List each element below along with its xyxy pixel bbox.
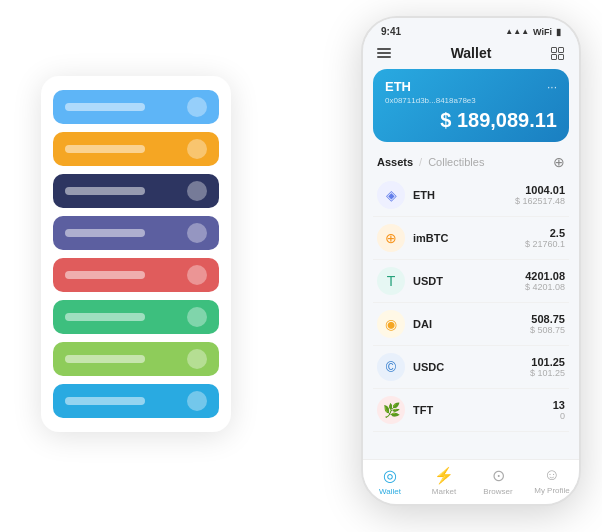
asset-item-usdc[interactable]: © USDC 101.25 $ 101.25	[373, 346, 569, 389]
phone-header: Wallet	[363, 41, 579, 69]
asset-name-dai: DAI	[413, 318, 530, 330]
color-row-text	[65, 271, 145, 279]
asset-primary-amount: 101.25	[530, 356, 565, 368]
nav-item-browser[interactable]: ⊙ Browser	[471, 466, 525, 496]
eth-card[interactable]: ETH ··· 0x08711d3b...8418a78e3 $ 189,089…	[373, 69, 569, 142]
eth-card-address: 0x08711d3b...8418a78e3	[385, 96, 557, 105]
nav-item-wallet[interactable]: ◎ Wallet	[363, 466, 417, 496]
asset-secondary-amount: 0	[553, 411, 565, 421]
expand-icon[interactable]	[551, 47, 565, 60]
wifi-icon: WiFi	[533, 27, 552, 37]
eth-card-name: ETH	[385, 79, 411, 94]
color-row-lime	[53, 342, 219, 376]
asset-amounts-dai: 508.75 $ 508.75	[530, 313, 565, 335]
nav-label-browser: Browser	[483, 487, 512, 496]
color-row-icon	[187, 97, 207, 117]
color-row-red	[53, 258, 219, 292]
asset-item-tft[interactable]: 🌿 TFT 13 0	[373, 389, 569, 432]
asset-secondary-amount: $ 4201.08	[525, 282, 565, 292]
color-row-text	[65, 187, 145, 195]
page-title: Wallet	[451, 45, 492, 61]
nav-label-market: Market	[432, 487, 456, 496]
tab-divider: /	[419, 156, 422, 168]
color-row-text	[65, 313, 145, 321]
nav-label-wallet: Wallet	[379, 487, 401, 496]
color-row-icon	[187, 391, 207, 411]
asset-name-imbtc: imBTC	[413, 232, 525, 244]
phone-content: ETH ··· 0x08711d3b...8418a78e3 $ 189,089…	[363, 69, 579, 459]
signal-icon: ▲▲▲	[505, 27, 529, 36]
asset-item-imbtc[interactable]: ⊕ imBTC 2.5 $ 21760.1	[373, 217, 569, 260]
asset-primary-amount: 1004.01	[515, 184, 565, 196]
asset-icon-usdc: ©	[377, 353, 405, 381]
asset-primary-amount: 4201.08	[525, 270, 565, 282]
asset-name-eth: ETH	[413, 189, 515, 201]
color-row-icon	[187, 307, 207, 327]
asset-secondary-amount: $ 101.25	[530, 368, 565, 378]
asset-name-usdt: USDT	[413, 275, 525, 287]
add-asset-button[interactable]: ⊕	[553, 154, 565, 170]
eth-card-balance: $ 189,089.11	[385, 109, 557, 132]
nav-label-my-profile: My Profile	[534, 486, 570, 495]
color-row-dark-navy	[53, 174, 219, 208]
color-row-icon	[187, 181, 207, 201]
color-row-blue-light	[53, 90, 219, 124]
asset-icon-usdt: T	[377, 267, 405, 295]
status-bar: 9:41 ▲▲▲ WiFi ▮	[363, 18, 579, 41]
menu-icon[interactable]	[377, 48, 391, 58]
color-row-icon	[187, 223, 207, 243]
tab-collectibles[interactable]: Collectibles	[428, 156, 484, 168]
status-icons: ▲▲▲ WiFi ▮	[505, 27, 561, 37]
asset-amounts-eth: 1004.01 $ 162517.48	[515, 184, 565, 206]
bottom-nav: ◎ Wallet ⚡ Market ⊙ Browser ☺ My Profile	[363, 459, 579, 504]
eth-card-menu[interactable]: ···	[547, 80, 557, 94]
asset-icon-eth: ◈	[377, 181, 405, 209]
color-row-text	[65, 397, 145, 405]
nav-icon-wallet: ◎	[383, 466, 397, 485]
scene: 9:41 ▲▲▲ WiFi ▮ Wallet ETH ···	[21, 16, 581, 516]
asset-secondary-amount: $ 508.75	[530, 325, 565, 335]
color-row-icon	[187, 349, 207, 369]
asset-amounts-imbtc: 2.5 $ 21760.1	[525, 227, 565, 249]
nav-icon-market: ⚡	[434, 466, 454, 485]
asset-item-eth[interactable]: ◈ ETH 1004.01 $ 162517.48	[373, 174, 569, 217]
asset-icon-imbtc: ⊕	[377, 224, 405, 252]
color-row-green	[53, 300, 219, 334]
asset-icon-tft: 🌿	[377, 396, 405, 424]
asset-primary-amount: 13	[553, 399, 565, 411]
nav-item-market[interactable]: ⚡ Market	[417, 466, 471, 496]
color-row-purple	[53, 216, 219, 250]
nav-icon-my-profile: ☺	[544, 466, 560, 484]
color-row-icon	[187, 139, 207, 159]
asset-list: ◈ ETH 1004.01 $ 162517.48 ⊕ imBTC 2.5 $ …	[363, 174, 579, 459]
color-row-text	[65, 103, 145, 111]
color-row-orange	[53, 132, 219, 166]
asset-amounts-usdt: 4201.08 $ 4201.08	[525, 270, 565, 292]
color-row-blue	[53, 384, 219, 418]
asset-primary-amount: 508.75	[530, 313, 565, 325]
asset-amounts-usdc: 101.25 $ 101.25	[530, 356, 565, 378]
color-row-text	[65, 355, 145, 363]
eth-card-header: ETH ···	[385, 79, 557, 94]
asset-name-tft: TFT	[413, 404, 553, 416]
battery-icon: ▮	[556, 27, 561, 37]
bg-card	[41, 76, 231, 432]
asset-item-usdt[interactable]: T USDT 4201.08 $ 4201.08	[373, 260, 569, 303]
asset-primary-amount: 2.5	[525, 227, 565, 239]
color-row-text	[65, 229, 145, 237]
nav-item-my-profile[interactable]: ☺ My Profile	[525, 466, 579, 496]
assets-header: Assets / Collectibles ⊕	[363, 150, 579, 174]
status-time: 9:41	[381, 26, 401, 37]
asset-secondary-amount: $ 162517.48	[515, 196, 565, 206]
asset-secondary-amount: $ 21760.1	[525, 239, 565, 249]
color-row-text	[65, 145, 145, 153]
asset-icon-dai: ◉	[377, 310, 405, 338]
asset-amounts-tft: 13 0	[553, 399, 565, 421]
asset-name-usdc: USDC	[413, 361, 530, 373]
color-row-icon	[187, 265, 207, 285]
phone-mockup: 9:41 ▲▲▲ WiFi ▮ Wallet ETH ···	[361, 16, 581, 506]
tab-assets[interactable]: Assets	[377, 156, 413, 168]
nav-icon-browser: ⊙	[492, 466, 505, 485]
asset-item-dai[interactable]: ◉ DAI 508.75 $ 508.75	[373, 303, 569, 346]
assets-tabs: Assets / Collectibles	[377, 156, 484, 168]
